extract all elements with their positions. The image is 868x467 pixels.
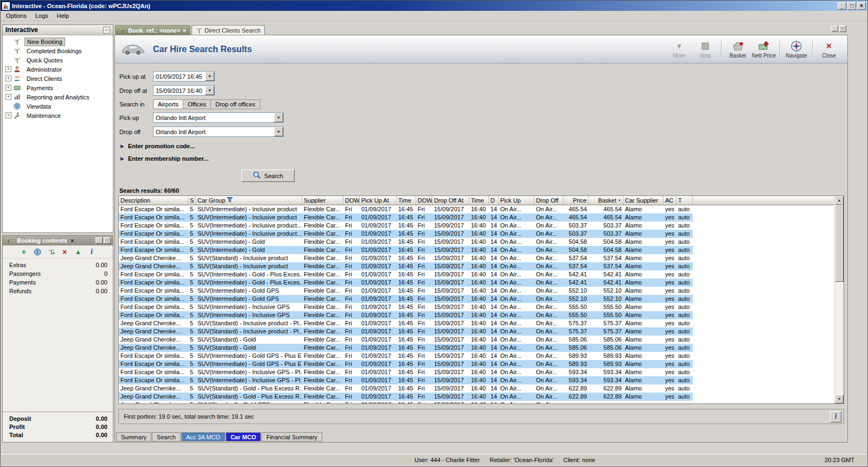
bottom-tab-car-mco[interactable]: Car MCO	[226, 432, 261, 441]
stop-button[interactable]: Stop	[692, 40, 718, 59]
vertical-scrollbar[interactable]: ▲ ▼	[834, 196, 844, 403]
expand-plus-icon[interactable]: +	[5, 66, 11, 72]
result-row[interactable]: Jeep Grand Cheroke...5SUV(Standard) - Go…	[119, 336, 693, 344]
column-header-time[interactable]: Time	[469, 196, 489, 205]
column-header-car-supplier[interactable]: Car Supplier	[623, 196, 663, 205]
window-minimize-button[interactable]: _	[838, 2, 846, 10]
column-header-supplier[interactable]: Supplier	[302, 196, 343, 205]
column-header-drop-off-at[interactable]: Drop Off At	[432, 196, 469, 205]
result-row[interactable]: Jeep Grand Cheroke...5SUV(Standard) - Go…	[119, 393, 693, 401]
dropoff-location-select[interactable]: Orlando Intl Airport ▼	[153, 127, 284, 137]
scrollbar-thumb[interactable]	[835, 205, 844, 282]
menu-help[interactable]: Help	[53, 11, 74, 20]
chevron-down-icon[interactable]: ▼	[205, 86, 214, 95]
mdi-minimize-button[interactable]: _	[831, 26, 838, 32]
chevron-down-icon[interactable]: ▼	[274, 113, 283, 122]
sidebar-item-direct-clients[interactable]: +Direct Clients	[3, 74, 113, 83]
column-header-pick-up[interactable]: Pick Up	[499, 196, 534, 205]
sidebar-item-new-booking[interactable]: New Booking	[3, 37, 113, 46]
column-header-dow[interactable]: DOW	[343, 196, 360, 205]
tab-booking-ref[interactable]: Book. ref.: <none> ×	[115, 25, 190, 35]
filter-funnel-icon[interactable]	[227, 197, 233, 204]
booking-contents-close-icon[interactable]: ×	[69, 237, 75, 244]
expand-plus-icon[interactable]: +	[5, 94, 11, 100]
export-booking-icon[interactable]	[47, 248, 55, 256]
result-row[interactable]: Ford Escape Or simila...5SUV(Intermediat…	[119, 303, 693, 311]
add-item-icon[interactable]: +	[20, 248, 28, 256]
sidebar-item-reporting-and-analytics[interactable]: +Reporting and Analytics	[3, 92, 113, 102]
column-header-time[interactable]: Time	[397, 196, 416, 205]
info-icon[interactable]: i	[87, 248, 96, 256]
move-up-icon[interactable]: ▲	[74, 248, 82, 256]
result-row[interactable]: Ford Escape Or simila...5SUV(Intermediat…	[119, 238, 693, 246]
column-header-dow[interactable]: DOW	[416, 196, 432, 205]
result-row[interactable]: Ford Escape Or simila...5SUV(Intermediat…	[119, 205, 693, 213]
column-header-s[interactable]: S	[188, 196, 196, 205]
info-button[interactable]: i	[830, 411, 841, 422]
window-close-button[interactable]: ×	[857, 2, 866, 10]
chevron-down-icon[interactable]: ▼	[205, 72, 214, 81]
menu-options[interactable]: Options	[2, 11, 31, 20]
column-header-drop-off[interactable]: Drop Off	[534, 196, 564, 205]
bottom-tab-summary[interactable]: Summary	[116, 432, 151, 441]
result-row[interactable]: Ford Escape Or simila...5SUV(Intermediat…	[119, 360, 693, 368]
search-in-tab-drop-off-offices[interactable]: Drop off offices	[210, 99, 260, 109]
result-row[interactable]: Ford Escape Or simila...5SUV(Intermediat…	[119, 230, 693, 238]
menu-logs[interactable]: Logs	[31, 11, 53, 20]
booking-row-passengers[interactable]: Passengers0	[3, 269, 113, 278]
search-button[interactable]: Search	[241, 169, 295, 182]
world-icon[interactable]	[33, 248, 42, 256]
tab-direct-clients-search[interactable]: Direct Clients Search	[192, 25, 265, 35]
navigate-button[interactable]: Navigate	[783, 40, 809, 59]
booking-row-refunds[interactable]: Refunds0.00	[3, 287, 113, 295]
search-in-tab-airports[interactable]: Airports	[153, 99, 183, 109]
result-row[interactable]: Ford Escape Or simila...5SUV(Intermediat…	[119, 270, 693, 279]
result-row[interactable]: Ford Escape Or simila...5SUV(Intermediat…	[119, 213, 693, 222]
column-header-price[interactable]: Price	[564, 196, 589, 205]
sidebar-item-quick-quotes[interactable]: Quick Quotes	[3, 55, 113, 65]
bottom-tab-search[interactable]: Search	[152, 432, 181, 441]
result-row[interactable]: Ford Escape Or simila...5SUV(Intermediat…	[119, 311, 693, 319]
column-header-spacer[interactable]	[693, 196, 834, 205]
column-header-description[interactable]: Description	[119, 196, 188, 205]
booking-minimize-button[interactable]: _	[95, 237, 103, 244]
expand-plus-icon[interactable]: +	[5, 85, 11, 91]
expand-plus-icon[interactable]: +	[5, 112, 11, 118]
result-row[interactable]: Jeep Grand Cheroke...5SUV(Standard) - Go…	[119, 344, 693, 352]
pickup-location-select[interactable]: Orlando Intl Airport ▼	[153, 112, 284, 123]
pickup-at-select[interactable]: 01/09/2017 16:45 ▼	[153, 71, 215, 81]
search-in-tab-offices[interactable]: Offices	[183, 99, 211, 109]
close-panel-button[interactable]: × Close	[816, 40, 842, 59]
booking-restore-button[interactable]: □	[104, 237, 111, 244]
sidebar-item-payments[interactable]: +Payments	[3, 83, 113, 92]
window-maximize-button[interactable]: □	[847, 2, 856, 10]
tab-close-icon[interactable]: ×	[183, 27, 186, 34]
result-row[interactable]: Jeep Grand Cheroke...5SUV(Standard) - In…	[119, 327, 693, 336]
result-row[interactable]: Jeep Grand Cheroke...5SUV(Standard) - In…	[119, 254, 693, 262]
result-row[interactable]: Ford Escape Or simila...5SUV(Intermediat…	[119, 279, 693, 287]
column-header-basket[interactable]: Basket▼	[589, 196, 623, 205]
sidebar-item-completed-bookings[interactable]: Completed Bookings	[3, 46, 113, 55]
column-header-pick-up-at[interactable]: Pick Up At	[360, 196, 397, 205]
booking-row-payments[interactable]: Payments0.00	[3, 278, 113, 287]
bottom-tab-acc-3a-mco[interactable]: Acc 3A MCO	[181, 432, 225, 441]
sidebar-item-viewdata[interactable]: Viewdata	[3, 102, 113, 111]
dropoff-at-select[interactable]: 15/09/2017 16:40 ▼	[153, 85, 215, 96]
column-header-car-group[interactable]: Car Group	[196, 196, 302, 205]
sidebar-item-maintenance[interactable]: +Maintenance	[3, 111, 113, 120]
more-button[interactable]: ▼ More	[666, 40, 692, 59]
scroll-up-icon[interactable]: ▲	[835, 196, 844, 205]
basket-button[interactable]: Basket	[725, 40, 751, 59]
result-row[interactable]: Ford Escape Or simila...5SUV(Intermediat…	[119, 246, 693, 254]
mdi-restore-button[interactable]: □	[839, 26, 846, 32]
column-header-ac[interactable]: AC	[663, 196, 676, 205]
result-row[interactable]: Ford Escape Or simila...5SUV(Intermediat…	[119, 295, 693, 303]
column-header-d[interactable]: D	[489, 196, 499, 205]
bottom-tab-financial-summary[interactable]: Financial Summary	[261, 432, 322, 441]
panel-collapse-button[interactable]: ─	[103, 27, 110, 34]
result-row[interactable]: Ford Escape Or simila...5SUV(Intermediat…	[119, 287, 693, 295]
scroll-down-icon[interactable]: ▼	[835, 395, 844, 403]
result-row[interactable]: Ford Escape Or simila...5SUV(Intermediat…	[119, 352, 693, 360]
promotion-code-expander[interactable]: ▶ Enter promotion code...	[120, 143, 843, 149]
result-row[interactable]: Jeep Grand Cheroke...5SUV(Standard) - Go…	[119, 401, 693, 403]
